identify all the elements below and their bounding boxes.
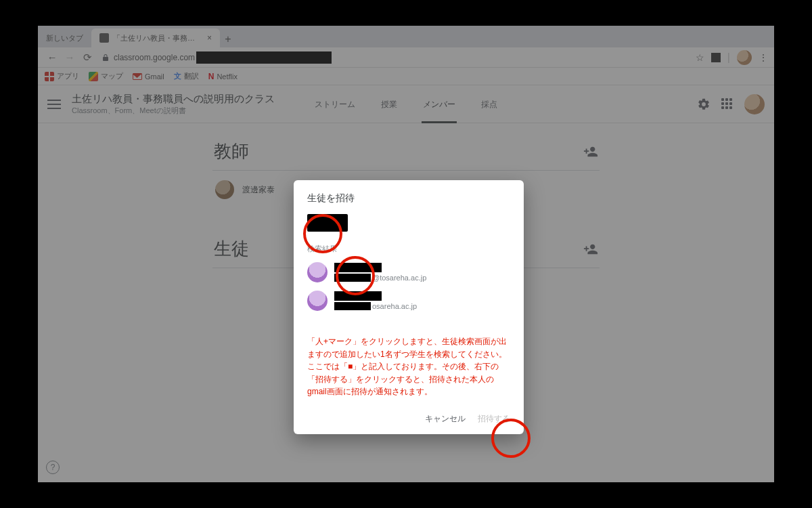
result-name-redacted <box>334 263 382 272</box>
dialog-title: 生徒を招待 <box>307 192 510 205</box>
result-email: osareha.ac.jp <box>334 302 417 310</box>
search-result-row[interactable]: osareha.ac.jp <box>307 287 510 315</box>
cancel-button[interactable]: キャンセル <box>425 413 466 425</box>
annotation-text: 「人+マーク」をクリックしますと、生徒検索画面が出ますので追加したい1名ずつ学生… <box>307 335 510 398</box>
results-label: 検索結果 <box>307 244 510 254</box>
invite-button[interactable]: 招待する <box>478 413 510 425</box>
browser-window: 新しいタブ 「土佐リハ教員・事務職員への説明 × + ← → ⟳ classro… <box>38 26 774 482</box>
invite-students-dialog: 生徒を招待 検索結果 @tosareha.ac.jp osareha.ac.jp… <box>294 180 524 434</box>
dialog-actions: キャンセル 招待する <box>307 413 510 425</box>
result-name-redacted <box>334 291 382 301</box>
avatar <box>307 291 328 311</box>
search-chip-redacted[interactable] <box>307 214 348 232</box>
avatar <box>307 262 328 282</box>
result-email: @tosareha.ac.jp <box>334 274 426 282</box>
search-result-row[interactable]: @tosareha.ac.jp <box>307 258 510 287</box>
